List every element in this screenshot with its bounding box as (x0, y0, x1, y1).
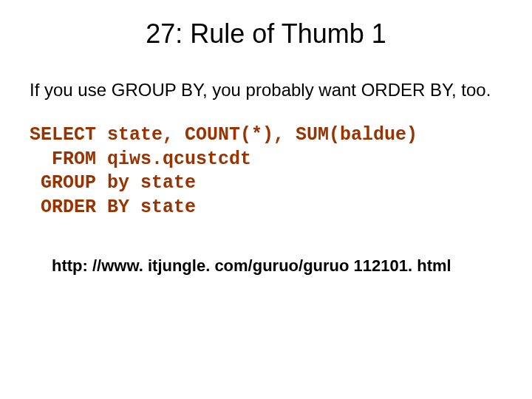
slide-content: 27: Rule of Thumb 1 If you use GROUP BY,… (0, 0, 532, 290)
slide-title: 27: Rule of Thumb 1 (30, 18, 502, 50)
sql-code-block: SELECT state, COUNT(*), SUM(baldue) FROM… (30, 123, 502, 219)
source-url: http: //www. itjungle. com/guruo/guruo 1… (52, 256, 502, 276)
body-paragraph: If you use GROUP BY, you probably want O… (30, 79, 502, 101)
